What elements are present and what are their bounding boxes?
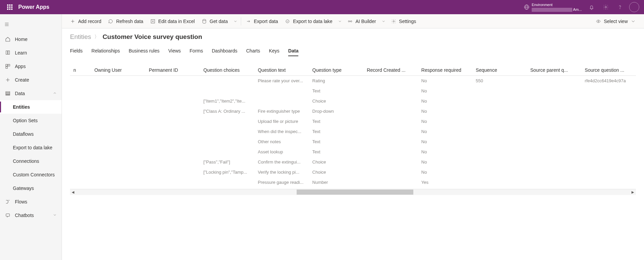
sidebar-item-learn[interactable]: Learn <box>0 46 62 60</box>
environment-picker[interactable]: Environment Am... <box>524 2 582 12</box>
table-cell: Text <box>309 127 363 137</box>
export-lake-dropdown[interactable] <box>336 19 344 23</box>
table-row[interactable]: Pressure gauge readi...NumberYes <box>70 177 636 188</box>
table-row[interactable]: ["Locking pin","Tamp...Verify the lockin… <box>70 167 636 177</box>
home-icon <box>5 36 11 42</box>
table-cell <box>527 137 581 147</box>
select-view-button[interactable]: Select view <box>592 14 639 28</box>
table-cell: ["Item1","Item2","Ite... <box>200 96 254 106</box>
breadcrumb-parent[interactable]: Entities <box>70 33 91 41</box>
table-cell <box>91 167 145 177</box>
sidebar-item-entities[interactable]: Entities <box>0 100 62 114</box>
table-cell: Pressure gauge readi... <box>254 177 309 188</box>
column-header[interactable]: Response required <box>418 65 473 76</box>
hamburger-button[interactable] <box>0 18 14 31</box>
export-lake-button[interactable]: Export to data lake <box>281 14 336 28</box>
cmd-label: Settings <box>399 19 416 24</box>
tab-relationships[interactable]: Relationships <box>91 46 120 56</box>
sidebar-item-home[interactable]: Home <box>0 32 62 46</box>
help-button[interactable] <box>613 0 627 14</box>
column-header[interactable]: n <box>70 65 91 76</box>
sidebar-item-dataflows[interactable]: Dataflows <box>0 127 62 141</box>
add-record-button[interactable]: Add record <box>67 14 105 28</box>
cmd-label: Refresh data <box>116 19 143 24</box>
tab-data[interactable]: Data <box>288 46 298 56</box>
ai-builder-dropdown[interactable] <box>380 19 388 23</box>
sidebar-item-data[interactable]: Data <box>0 87 62 100</box>
sidebar-item-flows[interactable]: Flows <box>0 195 62 209</box>
cmd-label: AI Builder <box>355 19 376 24</box>
edit-excel-button[interactable]: Edit data in Excel <box>147 14 198 28</box>
sidebar-item-apps[interactable]: Apps <box>0 60 62 73</box>
eye-icon <box>596 19 601 24</box>
sidebar-item-custom-connectors[interactable]: Custom Connectors <box>0 168 62 181</box>
sidebar-item-label: Gateways <box>13 186 34 191</box>
cmd-label: Get data <box>210 19 228 24</box>
table-row[interactable]: Other notesTextNo <box>70 137 636 147</box>
breadcrumb-current: Customer Voice survey question <box>102 33 202 41</box>
column-header[interactable]: Record Created ... <box>363 65 418 76</box>
column-header[interactable]: Question choices <box>200 65 254 76</box>
settings-button-cmd[interactable]: Settings <box>388 14 420 28</box>
column-header[interactable]: Sequence <box>473 65 527 76</box>
table-cell: No <box>418 147 473 157</box>
sidebar-item-label: Flows <box>15 199 27 204</box>
export-data-button[interactable]: Export data <box>243 14 282 28</box>
table-row[interactable]: Asset lookupTextNo <box>70 147 636 157</box>
table-row[interactable]: TextNo <box>70 86 636 96</box>
notifications-button[interactable] <box>584 0 599 14</box>
svg-point-12 <box>203 19 206 21</box>
settings-button[interactable] <box>599 0 613 14</box>
get-data-dropdown[interactable] <box>231 19 239 23</box>
scrollbar-thumb[interactable] <box>297 190 413 195</box>
tab-charts[interactable]: Charts <box>246 46 260 56</box>
avatar[interactable] <box>629 2 639 12</box>
horizontal-scrollbar[interactable]: ◀ ▶ <box>70 189 636 195</box>
waffle-icon[interactable] <box>3 0 17 14</box>
tab-business-rules[interactable]: Business rules <box>129 46 159 56</box>
sidebar-item-create[interactable]: Create <box>0 73 62 87</box>
table-cell: Text <box>309 116 363 127</box>
table-cell <box>91 86 145 96</box>
table-row[interactable]: ["Item1","Item2","Ite...ChoiceNo <box>70 96 636 106</box>
tab-keys[interactable]: Keys <box>269 46 279 56</box>
sidebar-item-label: Connections <box>13 158 39 164</box>
ai-builder-button[interactable]: AI Builder <box>344 14 380 28</box>
tab-dashboards[interactable]: Dashboards <box>212 46 237 56</box>
table-cell <box>363 157 418 167</box>
tab-fields[interactable]: Fields <box>70 46 83 56</box>
column-header[interactable]: Owning User <box>91 65 145 76</box>
column-header[interactable]: Source question ... <box>581 65 636 76</box>
column-header[interactable]: Permanent ID <box>145 65 200 76</box>
column-header[interactable]: Question type <box>309 65 363 76</box>
table-row[interactable]: ["Pass","Fail"]Confirm the extingui...Ch… <box>70 157 636 167</box>
sidebar-item-chatbots[interactable]: Chatbots <box>0 209 62 222</box>
table-cell <box>254 86 309 96</box>
table-row[interactable]: When did the inspec...TextNo <box>70 127 636 137</box>
table-cell: Text <box>309 86 363 96</box>
sidebar-item-gateways[interactable]: Gateways <box>0 181 62 195</box>
table-cell <box>581 127 636 137</box>
get-data-button[interactable]: Get data <box>198 14 231 28</box>
main: Add record Refresh data Edit data in Exc… <box>62 14 644 260</box>
command-bar: Add record Refresh data Edit data in Exc… <box>62 14 644 28</box>
sidebar-item-connections[interactable]: Connections <box>0 154 62 168</box>
sidebar-item-option-sets[interactable]: Option Sets <box>0 114 62 127</box>
refresh-button[interactable]: Refresh data <box>105 14 146 28</box>
cmd-label: Export to data lake <box>293 19 332 24</box>
plus-icon <box>5 77 11 83</box>
sidebar-item-export-lake[interactable]: Export to data lake <box>0 141 62 154</box>
table-row[interactable]: Upload file or pictureTextNo <box>70 116 636 127</box>
svg-point-13 <box>286 20 289 23</box>
table-row[interactable]: Please rate your over...RatingNo550rfe4d… <box>70 76 636 86</box>
column-header[interactable]: Source parent q... <box>527 65 581 76</box>
table-cell <box>145 86 200 96</box>
scroll-left-button[interactable]: ◀ <box>70 189 76 195</box>
scroll-right-button[interactable]: ▶ <box>630 189 636 195</box>
table-row[interactable]: ["Class A: Ordinary ...Fire extinguisher… <box>70 106 636 116</box>
column-header[interactable]: Question text <box>254 65 309 76</box>
tab-forms[interactable]: Forms <box>190 46 203 56</box>
table-cell <box>91 147 145 157</box>
tab-views[interactable]: Views <box>168 46 181 56</box>
sidebar-item-label: Dataflows <box>13 131 33 137</box>
